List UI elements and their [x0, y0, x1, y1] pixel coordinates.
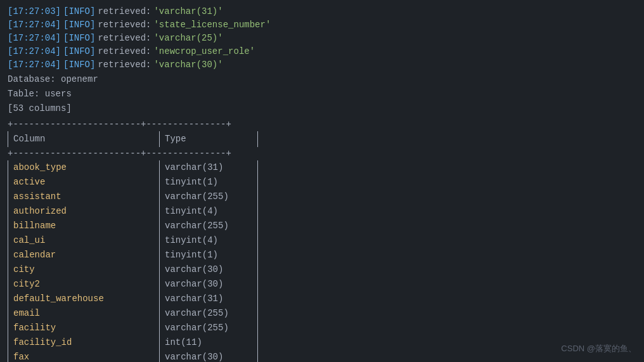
db-info-line: Table: users	[8, 87, 636, 101]
log-line: [17:27:04] [INFO] retrieved: 'state_lice…	[8, 18, 636, 32]
table-row: faxvarchar(30)	[8, 350, 636, 362]
table-row: cityvarchar(30)	[8, 262, 636, 277]
column-type: varchar(30)	[160, 277, 258, 292]
column-type: varchar(30)	[160, 262, 258, 277]
log-line: [17:27:04] [INFO] retrieved: 'varchar(30…	[8, 58, 636, 72]
column-name: default_warehouse	[8, 292, 160, 306]
log-level: [INFO]	[63, 5, 95, 18]
table-row: calendartinyint(1)	[8, 248, 636, 262]
column-header-column: Column	[8, 131, 160, 147]
log-level: [INFO]	[63, 18, 95, 32]
table-row: abook_typevarchar(31)	[8, 160, 636, 175]
table-row: default_warehousevarchar(31)	[8, 292, 636, 306]
column-type: tinyint(1)	[160, 175, 258, 190]
log-text: retrieved:	[98, 5, 151, 18]
log-level: [INFO]	[63, 45, 95, 58]
table-row: emailvarchar(255)	[8, 306, 636, 321]
db-info-line: Database: openemr	[8, 73, 636, 86]
column-name: city2	[8, 277, 160, 292]
log-level: [INFO]	[63, 58, 95, 72]
timestamp: [17:27:04]	[8, 18, 61, 32]
table-row: cal_uitinyint(4)	[8, 233, 636, 248]
column-name: assistant	[8, 190, 160, 204]
column-type: varchar(31)	[160, 160, 258, 175]
timestamp: [17:27:04]	[8, 32, 61, 45]
column-name: calendar	[8, 248, 160, 262]
column-name: authorized	[8, 204, 160, 219]
column-name: facility	[8, 321, 160, 335]
table-row: assistantvarchar(255)	[8, 190, 636, 204]
db-info: Database: openemrTable: users[53 columns…	[8, 73, 636, 115]
log-value: 'state_license_number'	[153, 18, 271, 32]
column-type: int(11)	[160, 335, 258, 350]
column-type: varchar(31)	[160, 292, 258, 306]
table-header-divider: +------------------------+--------------…	[8, 147, 636, 160]
column-name: active	[8, 175, 160, 190]
timestamp: [17:27:04]	[8, 58, 61, 72]
log-lines: [17:27:03] [INFO] retrieved: 'varchar(31…	[8, 5, 636, 72]
db-info-line: [53 columns]	[8, 102, 636, 115]
log-text: retrieved:	[98, 18, 151, 32]
table-row: billnamevarchar(255)	[8, 219, 636, 233]
column-type: varchar(30)	[160, 350, 258, 362]
log-text: retrieved:	[98, 45, 151, 58]
column-name: abook_type	[8, 160, 160, 175]
log-line: [17:27:03] [INFO] retrieved: 'varchar(31…	[8, 5, 636, 18]
log-level: [INFO]	[63, 32, 95, 45]
watermark: CSDN @落寞的鱼、	[561, 343, 636, 354]
column-type: varchar(255)	[160, 321, 258, 335]
table-row: activetinyint(1)	[8, 175, 636, 190]
timestamp: [17:27:03]	[8, 5, 61, 18]
column-type: tinyint(4)	[160, 204, 258, 219]
column-header-type: Type	[160, 131, 258, 147]
terminal: [17:27:03] [INFO] retrieved: 'varchar(31…	[0, 0, 644, 362]
table-row: facilityvarchar(255)	[8, 321, 636, 335]
table-header: Column Type	[8, 131, 636, 147]
timestamp: [17:27:04]	[8, 45, 61, 58]
column-name: billname	[8, 219, 160, 233]
table-row: facility_idint(11)	[8, 335, 636, 350]
column-name: cal_ui	[8, 233, 160, 248]
log-line: [17:27:04] [INFO] retrieved: 'newcrop_us…	[8, 45, 636, 58]
column-type: tinyint(4)	[160, 233, 258, 248]
column-name: city	[8, 262, 160, 277]
log-value: 'varchar(25)'	[153, 32, 222, 45]
column-type: varchar(255)	[160, 190, 258, 204]
log-value: 'varchar(31)'	[153, 5, 222, 18]
table-container: +------------------------+--------------…	[8, 118, 636, 362]
table-rows: abook_typevarchar(31)activetinyint(1)ass…	[8, 160, 636, 362]
log-value: 'newcrop_user_role'	[153, 45, 255, 58]
log-text: retrieved:	[98, 32, 151, 45]
log-value: 'varchar(30)'	[153, 58, 222, 72]
table-row: city2varchar(30)	[8, 277, 636, 292]
log-line: [17:27:04] [INFO] retrieved: 'varchar(25…	[8, 32, 636, 45]
column-type: tinyint(1)	[160, 248, 258, 262]
column-name: facility_id	[8, 335, 160, 350]
column-name: fax	[8, 350, 160, 362]
column-type: varchar(255)	[160, 306, 258, 321]
column-type: varchar(255)	[160, 219, 258, 233]
table-top-border: +------------------------+--------------…	[8, 118, 636, 131]
table-row: authorizedtinyint(4)	[8, 204, 636, 219]
column-name: email	[8, 306, 160, 321]
log-text: retrieved:	[98, 58, 151, 72]
